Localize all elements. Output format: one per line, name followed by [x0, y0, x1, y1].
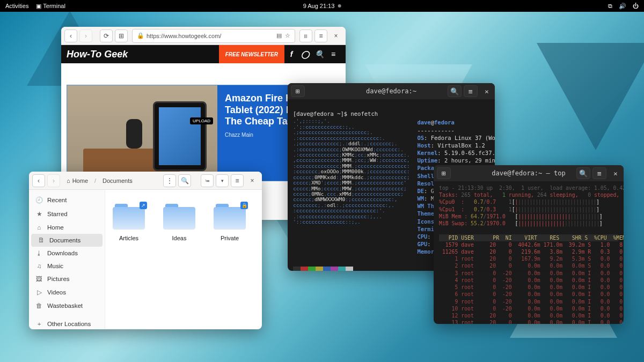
- crumb-documents[interactable]: Documents: [98, 175, 137, 186]
- sidebar-item-music[interactable]: ♫Music: [29, 260, 105, 272]
- link-badge-icon: ↗: [140, 202, 147, 209]
- files-back-button[interactable]: ‹: [32, 174, 45, 187]
- plus-icon: +: [35, 321, 43, 327]
- gnome-topbar: Activities ▣ Terminal 9 Aug 21:13 ⧉ 🔊 ⏻: [0, 0, 644, 12]
- sidebar-item-pictures[interactable]: 🖼Pictures: [29, 272, 105, 285]
- terminal-search-button[interactable]: 🔍: [448, 85, 462, 97]
- bookmark-icon[interactable]: ☆: [285, 32, 290, 39]
- terminal-app-indicator[interactable]: ▣ Terminal: [36, 3, 65, 10]
- new-tab-button[interactable]: ⊞: [437, 167, 451, 179]
- forward-button[interactable]: ›: [79, 29, 92, 42]
- terminal-menu-button[interactable]: ≡: [464, 85, 478, 97]
- music-icon: ♫: [35, 263, 43, 269]
- network-icon[interactable]: ⧉: [608, 3, 612, 10]
- sidebar-item-downloads[interactable]: ⭳Downloads: [29, 247, 105, 260]
- folder-ideas[interactable]: Ideas: [163, 204, 195, 241]
- files-sidebar: 🕘Recent ★Starred ⌂Home 🖺Documents ⭳Downl…: [29, 190, 105, 329]
- files-window: ‹ › ⌂ Home / Documents ⋮ 🔍 ≔ ▾ ≡ × 🕘Rece…: [29, 172, 262, 329]
- lock-icon: 🔒: [137, 32, 144, 39]
- sidebar-item-starred[interactable]: ★Starred: [29, 207, 105, 221]
- sidebar-item-documents[interactable]: 🖺Documents: [31, 234, 103, 247]
- terminal-menu-button[interactable]: ≡: [592, 167, 606, 179]
- reader-icon[interactable]: ▤: [276, 32, 282, 39]
- site-brand[interactable]: How-To Geek: [67, 49, 128, 60]
- terminal-close-button[interactable]: ×: [480, 85, 494, 97]
- documents-icon: 🖺: [38, 237, 45, 243]
- view-list-button[interactable]: ≔: [201, 174, 214, 187]
- files-forward-button[interactable]: ›: [47, 174, 60, 187]
- downloads-icon: ⭳: [35, 250, 43, 256]
- close-window-button[interactable]: ×: [330, 29, 342, 42]
- terminal-top: ⊞ dave@fedora:~ — top 🔍 ≡ × top - 21:13:…: [434, 165, 624, 324]
- sidebar-item-other[interactable]: +Other Locations: [29, 317, 105, 329]
- pictures-icon: 🖼: [35, 276, 43, 282]
- files-kebab-button[interactable]: ⋮: [163, 174, 176, 187]
- sidebar-item-trash[interactable]: 🗑Wastebasket: [29, 299, 105, 312]
- menu-button[interactable]: ≡: [314, 29, 327, 42]
- twitter-icon[interactable]: ◯: [298, 50, 312, 58]
- clock-icon: 🕘: [35, 196, 43, 204]
- view-dropdown-button[interactable]: ▾: [216, 174, 229, 187]
- trash-icon: 🗑: [35, 302, 43, 309]
- terminal-output[interactable]: top - 21:13:30 up 2:30, 1 user, load ave…: [434, 181, 624, 324]
- files-close-button[interactable]: ×: [246, 174, 259, 187]
- sidebar-item-videos[interactable]: ▷Videos: [29, 285, 105, 299]
- sidebar-item-recent[interactable]: 🕘Recent: [29, 193, 105, 207]
- lock-badge-icon: 🔒: [240, 202, 248, 209]
- folder-articles[interactable]: ↗ Articles: [113, 204, 145, 241]
- neofetch-logo: .',;::::;,'. .';:cccccccccccc:;,. .;cccc…: [293, 119, 409, 255]
- facebook-icon[interactable]: f: [284, 50, 298, 58]
- site-menu-icon[interactable]: ≡: [326, 50, 340, 58]
- newsletter-button[interactable]: FREE NEWSLETTER: [219, 45, 284, 63]
- upload-tag: UPLOAD: [190, 117, 213, 124]
- videos-icon: ▷: [35, 289, 43, 296]
- library-button[interactable]: ⫼: [299, 29, 312, 42]
- search-icon[interactable]: 🔍: [312, 50, 326, 58]
- folder-private[interactable]: 🔒 Private: [214, 204, 246, 241]
- files-menu-button[interactable]: ≡: [231, 174, 244, 187]
- reload-button[interactable]: ⟳: [100, 29, 113, 42]
- volume-icon[interactable]: 🔊: [619, 3, 626, 10]
- new-tab-button[interactable]: ⊞: [115, 29, 128, 42]
- sidebar-item-home[interactable]: ⌂Home: [29, 221, 105, 234]
- files-search-button[interactable]: 🔍: [178, 174, 191, 187]
- clock[interactable]: 9 Aug 21:13: [303, 3, 341, 9]
- terminal-search-button[interactable]: 🔍: [576, 167, 590, 179]
- star-icon: ★: [35, 210, 43, 218]
- power-icon[interactable]: ⏻: [633, 3, 639, 9]
- activities-button[interactable]: Activities: [5, 3, 28, 9]
- new-tab-button[interactable]: ⊞: [291, 85, 305, 97]
- back-button[interactable]: ‹: [64, 29, 77, 42]
- hero-image: UPLOAD: [67, 85, 217, 181]
- crumb-home[interactable]: ⌂ Home: [62, 175, 92, 186]
- home-icon: ⌂: [35, 224, 43, 231]
- url-bar[interactable]: 🔒 https://www.howtogeek.com/ ▤ ☆: [132, 29, 295, 43]
- terminal-close-button[interactable]: ×: [609, 167, 623, 179]
